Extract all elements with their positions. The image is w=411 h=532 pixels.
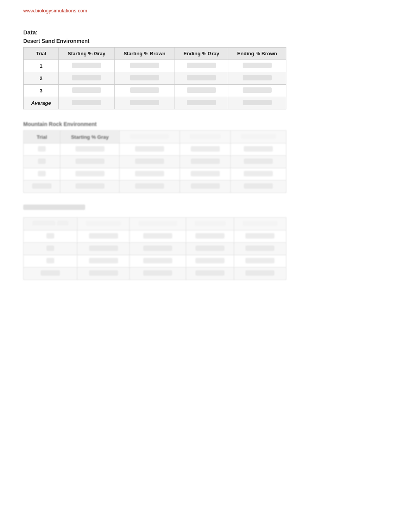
input-cell[interactable] <box>59 60 115 72</box>
input-cell[interactable] <box>60 143 120 156</box>
mountain-rock-section: Mountain Rock Environment Trial Starting… <box>23 121 388 193</box>
input-cell[interactable] <box>186 268 234 280</box>
desert-sand-header: Trial Starting % Gray Starting % Brown E… <box>24 48 286 60</box>
input-cell[interactable] <box>60 181 120 193</box>
table-row: 3 <box>24 85 286 97</box>
trial-label <box>24 255 77 268</box>
col-ending-gray <box>180 131 231 143</box>
input-cell[interactable] <box>231 156 286 168</box>
input-cell[interactable] <box>77 230 130 243</box>
third-env-section <box>23 205 388 280</box>
col-starting-brown <box>130 218 186 230</box>
input-cell[interactable] <box>120 181 180 193</box>
col-trial: Trial <box>24 131 60 143</box>
input-cell[interactable] <box>130 243 186 255</box>
table-row <box>24 143 286 156</box>
input-cell[interactable] <box>186 230 234 243</box>
input-cell[interactable] <box>175 60 228 72</box>
col-ending-gray: Ending % Gray <box>175 48 228 60</box>
third-env-header <box>24 218 286 230</box>
input-cell[interactable] <box>59 72 115 85</box>
input-cell[interactable] <box>120 143 180 156</box>
input-cell[interactable] <box>228 60 286 72</box>
input-cell[interactable] <box>114 60 175 72</box>
input-cell[interactable] <box>180 181 231 193</box>
input-cell[interactable] <box>114 97 175 109</box>
input-cell[interactable] <box>228 72 286 85</box>
third-env-title <box>23 205 388 214</box>
input-cell[interactable] <box>77 243 130 255</box>
table-row <box>24 230 286 243</box>
input-cell[interactable] <box>228 85 286 97</box>
col-starting-gray: Starting % Gray <box>59 48 115 60</box>
trial-label <box>24 168 60 181</box>
input-cell[interactable] <box>231 143 286 156</box>
input-cell[interactable] <box>77 255 130 268</box>
input-cell[interactable] <box>180 168 231 181</box>
input-cell[interactable] <box>60 156 120 168</box>
input-cell[interactable] <box>59 97 115 109</box>
trial-label <box>24 143 60 156</box>
desert-sand-section: Desert Sand Environment Trial Starting %… <box>23 38 388 109</box>
input-cell[interactable] <box>234 243 286 255</box>
input-cell[interactable] <box>114 72 175 85</box>
input-cell[interactable] <box>234 230 286 243</box>
trial-label <box>24 230 77 243</box>
col-trial: Trial <box>24 48 59 60</box>
input-cell[interactable] <box>175 85 228 97</box>
table-row: Average <box>24 97 286 109</box>
input-cell[interactable] <box>231 181 286 193</box>
input-cell[interactable] <box>234 255 286 268</box>
average-label <box>24 181 60 193</box>
table-row <box>24 243 286 255</box>
input-cell[interactable] <box>130 255 186 268</box>
col-ending-gray <box>186 218 234 230</box>
table-row <box>24 268 286 280</box>
input-cell[interactable] <box>77 268 130 280</box>
table-row: 2 <box>24 72 286 85</box>
data-label: Data: <box>23 29 388 36</box>
input-cell[interactable] <box>120 156 180 168</box>
input-cell[interactable] <box>59 85 115 97</box>
trial-label: 1 <box>24 60 59 72</box>
desert-sand-table: Trial Starting % Gray Starting % Brown E… <box>23 47 286 109</box>
input-cell[interactable] <box>180 156 231 168</box>
input-cell[interactable] <box>234 268 286 280</box>
site-url: www.biologysimulations.com <box>23 8 388 14</box>
input-cell[interactable] <box>114 85 175 97</box>
col-trial <box>24 218 77 230</box>
input-cell[interactable] <box>228 97 286 109</box>
input-cell[interactable] <box>175 72 228 85</box>
col-ending-brown: Ending % Brown <box>228 48 286 60</box>
input-cell[interactable] <box>231 168 286 181</box>
mountain-rock-title: Mountain Rock Environment <box>23 121 388 127</box>
col-starting-gray <box>77 218 130 230</box>
input-cell[interactable] <box>186 243 234 255</box>
col-starting-gray: Starting % Gray <box>60 131 120 143</box>
col-starting-brown <box>120 131 180 143</box>
mountain-rock-header: Trial Starting % Gray <box>24 131 286 143</box>
table-row <box>24 181 286 193</box>
input-cell[interactable] <box>120 168 180 181</box>
input-cell[interactable] <box>130 230 186 243</box>
table-row <box>24 168 286 181</box>
trial-label <box>24 243 77 255</box>
third-env-table <box>23 217 286 280</box>
desert-sand-title: Desert Sand Environment <box>23 38 388 44</box>
col-ending-brown <box>231 131 286 143</box>
trial-label <box>24 156 60 168</box>
average-label <box>24 268 77 280</box>
col-starting-brown: Starting % Brown <box>114 48 175 60</box>
col-ending-brown <box>234 218 286 230</box>
table-row: 1 <box>24 60 286 72</box>
table-row <box>24 156 286 168</box>
input-cell[interactable] <box>186 255 234 268</box>
table-row <box>24 255 286 268</box>
input-cell[interactable] <box>175 97 228 109</box>
input-cell[interactable] <box>130 268 186 280</box>
input-cell[interactable] <box>180 143 231 156</box>
mountain-rock-table: Trial Starting % Gray <box>23 130 286 193</box>
input-cell[interactable] <box>60 168 120 181</box>
trial-label: 2 <box>24 72 59 85</box>
average-label: Average <box>24 97 59 109</box>
